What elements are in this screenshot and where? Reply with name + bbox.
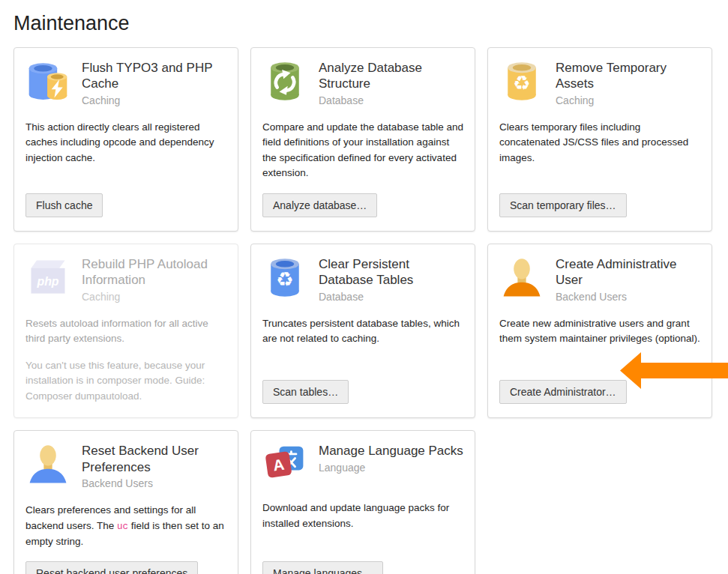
card-title: Analyze Database Structure [319,60,463,92]
card-description: Download and update language packs for i… [262,501,463,531]
card-header: ♻ Remove Temporary Assets Caching [499,59,700,106]
create-administrator-button[interactable]: Create Administrator… [499,380,627,404]
card-category: Caching [556,94,700,106]
card-titles: Reset Backend User Preferences Backend U… [82,442,226,489]
database-recycle-icon: ♻ [262,256,307,300]
card-description: Create new administrative users and gran… [499,316,700,347]
card-title: Manage Language Packs [319,443,463,459]
svg-text:php: php [36,275,58,288]
card-description: This action directly clears all register… [25,120,226,166]
card-description: Resets autoload information for all acti… [25,316,226,347]
card-titles: Create Administrative User Backend Users [556,256,700,303]
card-category: Language [319,462,463,474]
scan-tables-button[interactable]: Scan tables… [262,380,349,404]
card-reset-backend-user-prefs: Reset Backend User Preferences Backend U… [13,430,238,574]
card-rebuild-php-autoload: php Rebuild PHP Autoload Information Cac… [13,244,238,418]
recycle-bin-yellow-icon: ♻ [499,59,544,104]
card-flush-cache: Flush TYPO3 and PHP Cache Caching This a… [13,47,238,232]
card-disabled-note: You can't use this feature, because your… [25,358,226,405]
card-description: Truncates persistent database tables, wh… [262,316,463,347]
flush-cache-button[interactable]: Flush cache [25,193,103,217]
card-category: Caching [82,94,226,106]
uc-code-token: uc [117,522,128,532]
card-category: Caching [82,291,226,303]
php-package-icon: php [25,256,70,300]
card-manage-language-packs: A Manage Language Packs Language Downloa… [250,430,475,574]
card-titles: Clear Persistent Database Tables Databas… [319,256,463,303]
card-footer: Create Administrator… [499,368,700,404]
cache-lightning-icon [25,59,70,104]
page-title: Maintenance [13,12,728,35]
card-footer: Manage languages… [262,549,463,574]
card-category: Backend Users [82,477,226,489]
reset-backend-user-preferences-button[interactable]: Reset backend user preferences [25,561,198,574]
card-titles: Flush TYPO3 and PHP Cache Caching [82,59,226,106]
card-header: Flush TYPO3 and PHP Cache Caching [25,59,226,106]
card-category: Database [319,94,463,106]
card-title: Flush TYPO3 and PHP Cache [82,60,226,92]
card-header: A Manage Language Packs Language [262,442,463,487]
card-header: Create Administrative User Backend Users [499,256,700,303]
card-analyze-database: Analyze Database Structure Database Comp… [250,47,475,232]
card-clear-persistent-tables: ♻ Clear Persistent Database Tables Datab… [250,244,475,418]
card-titles: Analyze Database Structure Database [319,59,463,106]
svg-text:♻: ♻ [513,72,531,94]
user-blue-icon [25,442,70,487]
card-remove-temporary-assets: ♻ Remove Temporary Assets Caching Clears… [487,47,712,232]
card-category: Backend Users [556,291,700,303]
user-orange-icon [499,256,544,300]
card-category: Database [319,291,463,303]
maintenance-page: Maintenance Flush TYPO3 and PHP Cache [0,0,728,574]
card-header: Reset Backend User Preferences Backend U… [25,442,226,489]
card-footer: Scan tables… [262,368,463,404]
card-footer: Analyze database… [262,181,463,217]
card-title: Remove Temporary Assets [556,60,700,92]
card-title: Rebuild PHP Autoload Information [82,256,226,288]
scan-temporary-files-button[interactable]: Scan temporary files… [499,193,627,217]
card-footer: Reset backend user preferences [25,549,226,574]
card-header: Analyze Database Structure Database [262,59,463,106]
card-title: Create Administrative User [556,256,700,288]
card-description: Clears preferences and settings for all … [25,503,226,549]
card-create-admin-user: Create Administrative User Backend Users… [487,244,712,418]
card-header: ♻ Clear Persistent Database Tables Datab… [262,256,463,303]
card-header: php Rebuild PHP Autoload Information Cac… [25,256,226,303]
card-title: Reset Backend User Preferences [82,443,226,475]
card-titles: Rebuild PHP Autoload Information Caching [82,256,226,303]
manage-languages-button[interactable]: Manage languages… [262,561,383,574]
card-grid: Flush TYPO3 and PHP Cache Caching This a… [13,47,712,574]
language-translate-icon: A [262,442,307,487]
card-title: Clear Persistent Database Tables [319,256,463,288]
card-description: Clears temporary files including concate… [499,120,700,166]
card-titles: Manage Language Packs Language [319,442,463,473]
analyze-database-button[interactable]: Analyze database… [262,193,377,217]
card-titles: Remove Temporary Assets Caching [556,59,700,106]
card-description: Compare and update the database table an… [262,120,463,181]
svg-text:♻: ♻ [276,268,294,291]
database-refresh-icon [262,59,307,104]
card-footer: Flush cache [25,181,226,217]
card-footer: Scan temporary files… [499,181,700,217]
